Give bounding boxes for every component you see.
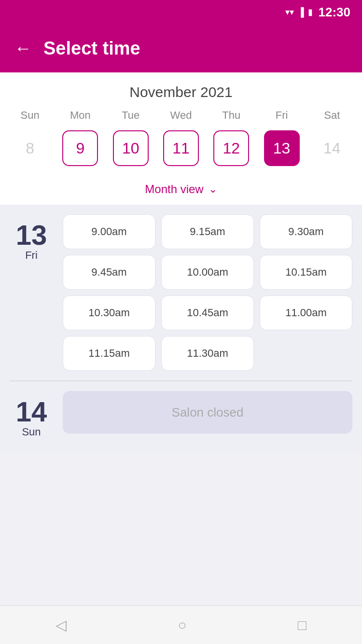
- time-slot-1000am[interactable]: 10.00am: [161, 255, 254, 290]
- day-cell-12[interactable]: 12: [206, 126, 256, 170]
- battery-icon: ▮: [308, 7, 313, 17]
- time-slot-1030am[interactable]: 10.30am: [63, 295, 155, 330]
- calendar-section: November 2021 Sun Mon Tue Wed Thu Fri Sa…: [0, 72, 362, 205]
- day-number-13[interactable]: 13: [264, 130, 300, 166]
- wifi-icon: ▾▾: [285, 7, 294, 17]
- page-title: Select time: [43, 38, 140, 59]
- chevron-down-icon[interactable]: ⌄: [209, 183, 217, 196]
- day-number-11[interactable]: 11: [163, 130, 199, 166]
- day-name-14: Sun: [22, 426, 41, 438]
- time-slot-1115am[interactable]: 11.15am: [63, 336, 155, 371]
- time-slot-1100am[interactable]: 11.00am: [260, 295, 352, 330]
- day-label-14: 14 Sun: [10, 391, 53, 438]
- month-view-label[interactable]: Month view: [145, 182, 203, 196]
- status-bar: ▾▾ ▐ ▮ 12:30: [0, 0, 362, 24]
- day-cell-9[interactable]: 9: [55, 126, 105, 170]
- nav-home-button[interactable]: ○: [178, 617, 186, 633]
- signal-icon: ▐: [298, 7, 304, 17]
- day-cell-11[interactable]: 11: [156, 126, 206, 170]
- time-slot-930am[interactable]: 9.30am: [260, 214, 352, 249]
- weekday-sat: Sat: [307, 109, 357, 122]
- status-time: 12:30: [319, 5, 351, 20]
- weekday-mon: Mon: [55, 109, 105, 122]
- weekday-tue: Tue: [106, 109, 156, 122]
- day-number-8[interactable]: 8: [12, 130, 48, 166]
- weekday-thu: Thu: [206, 109, 256, 122]
- day-num-14: 14: [16, 398, 47, 426]
- day-number-10[interactable]: 10: [113, 130, 149, 166]
- status-icons: ▾▾ ▐ ▮: [285, 7, 313, 17]
- slots-section: 13 Fri 9.00am 9.15am 9.30am 9.45am 10.00…: [0, 205, 362, 453]
- day-label-13: 13 Fri: [10, 214, 53, 371]
- day-block-14: 14 Sun Salon closed: [10, 391, 352, 438]
- weekday-fri: Fri: [256, 109, 306, 122]
- day-cell-13[interactable]: 13: [256, 126, 306, 170]
- salon-closed-label: Salon closed: [63, 391, 352, 434]
- nav-back-button[interactable]: ◁: [56, 616, 67, 633]
- month-year-label: November 2021: [0, 84, 362, 100]
- day-cell-10[interactable]: 10: [106, 126, 156, 170]
- time-slot-915am[interactable]: 9.15am: [161, 214, 254, 249]
- days-row: 8 9 10 11 12 13 14: [0, 126, 362, 170]
- weekday-sun: Sun: [5, 109, 55, 122]
- day-block-13: 13 Fri 9.00am 9.15am 9.30am 9.45am 10.00…: [10, 214, 352, 371]
- day-name-13: Fri: [25, 249, 38, 262]
- time-slot-1015am[interactable]: 10.15am: [260, 255, 352, 290]
- day-num-13: 13: [16, 221, 47, 249]
- time-slot-1045am[interactable]: 10.45am: [161, 295, 254, 330]
- back-button[interactable]: ←: [14, 38, 32, 58]
- time-slot-945am[interactable]: 9.45am: [63, 255, 155, 290]
- day-cell-8[interactable]: 8: [5, 126, 55, 170]
- day-divider: [10, 380, 352, 381]
- time-slot-1130am[interactable]: 11.30am: [161, 336, 254, 371]
- day-number-9[interactable]: 9: [62, 130, 98, 166]
- day-cell-14[interactable]: 14: [307, 126, 357, 170]
- month-view-toggle[interactable]: Month view ⌄: [0, 178, 362, 205]
- weekday-wed: Wed: [156, 109, 206, 122]
- app-header: ← Select time: [0, 24, 362, 72]
- day-number-12[interactable]: 12: [213, 130, 249, 166]
- day-number-14[interactable]: 14: [314, 130, 350, 166]
- weekdays-row: Sun Mon Tue Wed Thu Fri Sat: [0, 109, 362, 122]
- nav-recent-button[interactable]: □: [298, 617, 306, 633]
- time-slot-900am[interactable]: 9.00am: [63, 214, 155, 249]
- navigation-bar: ◁ ○ □: [0, 605, 362, 644]
- slots-grid-13: 9.00am 9.15am 9.30am 9.45am 10.00am 10.1…: [63, 214, 352, 371]
